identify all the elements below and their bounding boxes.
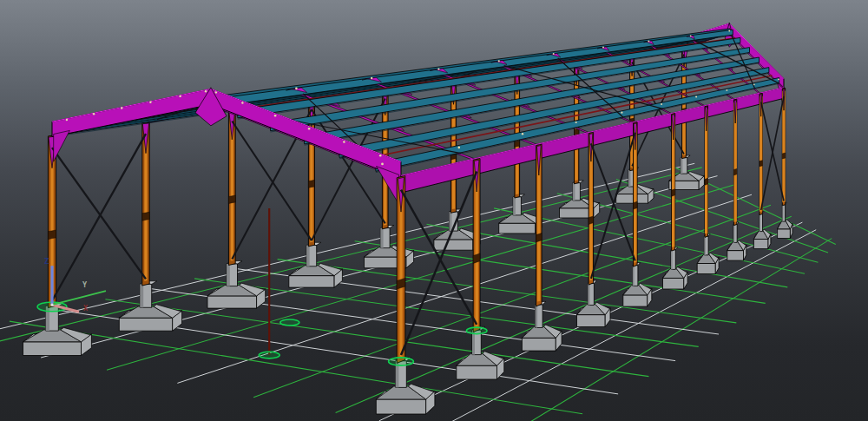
bolt-dot: [241, 102, 243, 103]
bolt-dot: [121, 107, 122, 109]
footing-pedestal-shade: [140, 284, 143, 307]
cad-viewport[interactable]: Z Y X: [0, 0, 868, 421]
footings-front: [376, 202, 792, 414]
footing-slab-front: [207, 296, 257, 308]
footing-pedestal-shade: [681, 158, 682, 174]
column-splice: [142, 212, 149, 220]
footing-slab-front: [119, 318, 172, 331]
footing-pedestal-shade: [573, 183, 575, 201]
bolt-dot: [66, 119, 68, 121]
footing-slab-front: [289, 276, 334, 288]
footing-slab-front: [697, 264, 715, 274]
footing-slab-front: [753, 240, 768, 249]
bolt-dot: [308, 128, 311, 130]
base-ellipse: [466, 327, 487, 334]
bolt-dot: [661, 103, 662, 105]
grid-line-lengthwise: [107, 185, 734, 370]
bolt-dot: [215, 91, 217, 93]
footing-slab-front: [778, 229, 791, 239]
footing-pedestal-shade: [671, 250, 673, 270]
ucs-y-axis: [52, 291, 106, 305]
gable-frame-left: [52, 88, 401, 205]
ucs-z-label: Z: [44, 257, 49, 266]
bolt-dot: [690, 35, 692, 36]
footing-pedestal-shade: [227, 264, 230, 286]
ucs-x-label: X: [83, 304, 88, 312]
bolt-dot: [648, 41, 649, 43]
footing-slab-front: [727, 251, 744, 261]
footing-slab-front: [522, 338, 556, 351]
bolt-dot: [343, 141, 345, 143]
gable-haunch: [54, 130, 70, 161]
footing-pedestal-shade: [450, 212, 452, 231]
footing-slab-front: [623, 295, 648, 306]
bolt-dot: [602, 46, 604, 48]
footing-pedestal-shade: [306, 246, 309, 266]
column-splice: [589, 216, 594, 225]
bolt-dot: [274, 115, 277, 117]
footing-slab-front: [23, 342, 82, 356]
bolt-dot: [522, 133, 523, 135]
column-splice: [575, 129, 579, 135]
footing-slab-front: [577, 315, 606, 327]
bolt-dot: [295, 88, 298, 90]
bolt-dot: [728, 30, 730, 32]
grid-line-frame-axis: [105, 299, 648, 377]
footing-pedestal-shade: [588, 284, 589, 306]
column-splice: [782, 153, 785, 159]
footing-slab-front: [499, 223, 536, 234]
ucs-origin: [50, 304, 53, 306]
footing-slab-front: [434, 240, 473, 250]
bolt-dot: [437, 69, 439, 70]
footing-pedestal-shade: [633, 266, 635, 286]
bolt-dot: [179, 95, 181, 97]
column-splice: [672, 189, 675, 196]
bolt-dot: [753, 83, 755, 85]
footing-pedestal-shade: [704, 236, 705, 255]
footing-slab-front: [663, 278, 684, 289]
bolt-dot: [379, 155, 382, 157]
footing-slab-front: [376, 399, 425, 414]
bolt-dot: [93, 113, 95, 115]
eave-strut: [232, 38, 735, 110]
grid-line-lengthwise: [253, 205, 771, 398]
bolt-dot: [778, 79, 779, 81]
grid-line-frame-axis: [278, 260, 737, 323]
bolt-dot: [149, 102, 151, 103]
brace-diagonal: [52, 134, 146, 300]
bolt-dot: [371, 77, 372, 79]
column-splice: [634, 201, 638, 209]
column-splice: [705, 178, 708, 185]
footing-pedestal-shade: [733, 225, 734, 243]
footing-pedestal-shade: [513, 197, 516, 215]
base-ellipse: [389, 358, 414, 365]
column-splice: [760, 161, 762, 167]
ground-grid: [0, 163, 836, 421]
bolt-dot: [553, 53, 555, 55]
footing-pedestal-shade: [628, 170, 630, 187]
footing-slab-front: [457, 365, 497, 379]
column-splice: [48, 230, 56, 240]
footing-pedestal-shade: [380, 228, 383, 248]
steel-frame-3d-model: Z Y X: [0, 0, 868, 421]
bolt-dot: [621, 112, 622, 114]
bolt-dot: [727, 89, 728, 91]
footing-pedestal-shade: [536, 305, 538, 328]
bolt-dot: [205, 90, 207, 92]
bolt-dot: [695, 95, 697, 97]
bolt-dot: [458, 147, 461, 149]
column-splice: [308, 180, 314, 187]
base-ellipse: [280, 319, 299, 326]
footing-pedestal-shade: [760, 214, 760, 232]
base-ellipse: [259, 352, 279, 359]
brace-diagonal: [52, 148, 146, 279]
footing-pedestal-shade: [782, 205, 783, 221]
column-splice: [733, 168, 736, 175]
bolt-dot: [575, 122, 577, 123]
model-geometry: [0, 23, 836, 421]
bolt-dot: [381, 163, 384, 166]
ucs-y-label: Y: [82, 280, 88, 289]
column-splice: [228, 195, 235, 204]
bolt-dot: [498, 60, 500, 62]
footing-slab-front: [616, 194, 648, 204]
